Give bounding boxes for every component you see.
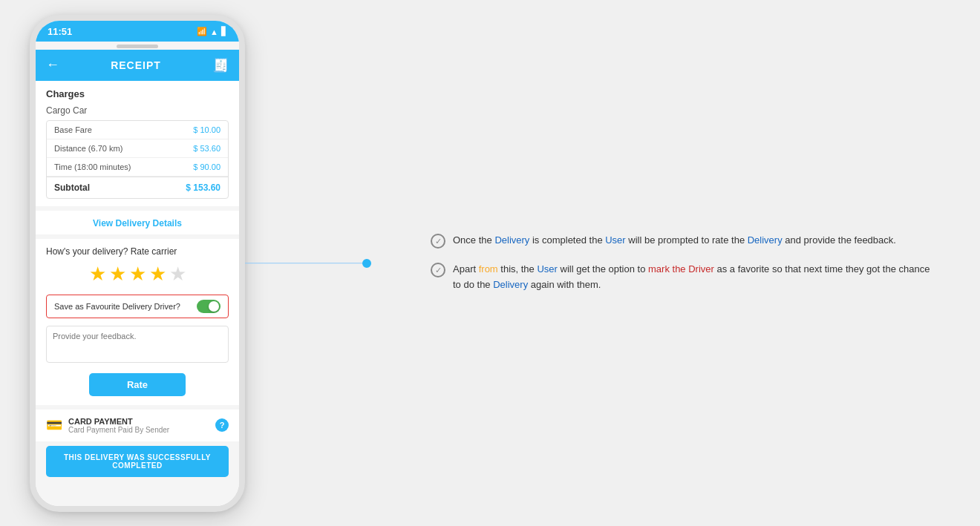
charges-table: Base Fare $ 10.00 Distance (6.70 km) $ 5…	[46, 120, 229, 199]
charge-row-base: Base Fare $ 10.00	[47, 121, 228, 139]
status-bar: 11:51 📶 ▲ ▋	[36, 21, 239, 42]
notch-pill	[117, 45, 158, 48]
rate-button[interactable]: Rate	[89, 373, 186, 396]
battery-icon: ▋	[221, 27, 227, 36]
star-2[interactable]: ★	[109, 263, 126, 286]
feedback-textarea[interactable]	[46, 326, 229, 363]
help-icon[interactable]: ?	[215, 418, 229, 432]
check-icon-1: ✓	[431, 234, 445, 249]
card-icon: 💳	[46, 417, 62, 433]
header-title: RECEIPT	[59, 59, 212, 71]
status-icons: 📶 ▲ ▋	[197, 27, 227, 36]
charge-row-time: Time (18:00 minutes) $ 90.00	[47, 158, 228, 177]
subtotal-row: Subtotal $ 153.60	[47, 177, 228, 198]
rating-question: How's your delivery? Rate carrier	[46, 246, 229, 257]
charge-row-distance: Distance (6.70 km) $ 53.60	[47, 139, 228, 158]
charges-section: Charges Cargo Car Base Fare $ 10.00 Dist…	[36, 81, 239, 206]
info-panel: ✓ Once the Delivery is completed the Use…	[408, 218, 950, 308]
subtotal-label: Subtotal	[54, 183, 90, 193]
favourite-label: Save as Favourite Delivery Driver?	[54, 302, 180, 311]
info-item-2: ✓ Apart from this, the User will get the…	[431, 262, 935, 293]
info-text-1: Once the Delivery is completed the User …	[453, 233, 896, 249]
charge-value-base: $ 10.00	[193, 125, 220, 134]
card-payment-title: CARD PAYMENT	[68, 417, 169, 426]
connector-dot	[362, 259, 371, 268]
signal-icon: 📶	[197, 27, 207, 36]
check-icon-2: ✓	[431, 263, 445, 277]
view-delivery-link[interactable]: View Delivery Details	[36, 211, 239, 234]
toggle-knob	[209, 301, 219, 312]
vehicle-type: Cargo Car	[46, 105, 229, 116]
favourite-toggle-row: Save as Favourite Delivery Driver?	[46, 295, 229, 318]
stars-row: ★ ★ ★ ★ ★	[46, 263, 229, 286]
charges-title: Charges	[46, 88, 229, 99]
phone-mockup: 11:51 📶 ▲ ▋ ← RECEIPT 🧾 Charges Cargo Ca…	[30, 15, 245, 512]
charge-value-distance: $ 53.60	[193, 144, 220, 153]
completed-bar[interactable]: THIS DELIVERY WAS SUCCESSFULLY COMPLETED	[46, 446, 229, 477]
card-payment-info: CARD PAYMENT Card Payment Paid By Sender	[68, 417, 169, 434]
wifi-icon: ▲	[210, 27, 218, 36]
page-wrapper: 11:51 📶 ▲ ▋ ← RECEIPT 🧾 Charges Cargo Ca…	[0, 0, 980, 526]
back-icon[interactable]: ←	[46, 57, 59, 73]
card-payment-subtitle: Card Payment Paid By Sender	[68, 426, 169, 434]
star-4[interactable]: ★	[149, 263, 166, 286]
receipt-icon[interactable]: 🧾	[212, 57, 229, 73]
info-text-2: Apart from this, the User will get the o…	[453, 262, 935, 293]
star-1[interactable]: ★	[89, 263, 106, 286]
charge-label-time: Time (18:00 minutes)	[54, 162, 131, 171]
info-item-1: ✓ Once the Delivery is completed the Use…	[431, 233, 935, 249]
rating-section: How's your delivery? Rate carrier ★ ★ ★ …	[36, 239, 239, 405]
star-3[interactable]: ★	[129, 263, 146, 286]
star-5[interactable]: ★	[169, 263, 186, 286]
rate-button-wrapper: Rate	[46, 373, 229, 396]
card-payment-section: 💳 CARD PAYMENT Card Payment Paid By Send…	[36, 410, 239, 441]
status-time: 11:51	[48, 26, 72, 37]
app-header: ← RECEIPT 🧾	[36, 50, 239, 81]
favourite-toggle[interactable]	[197, 300, 220, 313]
subtotal-value: $ 153.60	[186, 183, 220, 193]
connector-line	[245, 263, 364, 264]
charge-label-base: Base Fare	[54, 125, 92, 134]
charge-value-time: $ 90.00	[193, 162, 220, 171]
charge-label-distance: Distance (6.70 km)	[54, 144, 122, 153]
card-payment-left: 💳 CARD PAYMENT Card Payment Paid By Send…	[46, 417, 169, 434]
phone-content: Charges Cargo Car Base Fare $ 10.00 Dist…	[36, 81, 239, 506]
notch-bar	[36, 42, 239, 50]
connector-area	[245, 15, 408, 512]
